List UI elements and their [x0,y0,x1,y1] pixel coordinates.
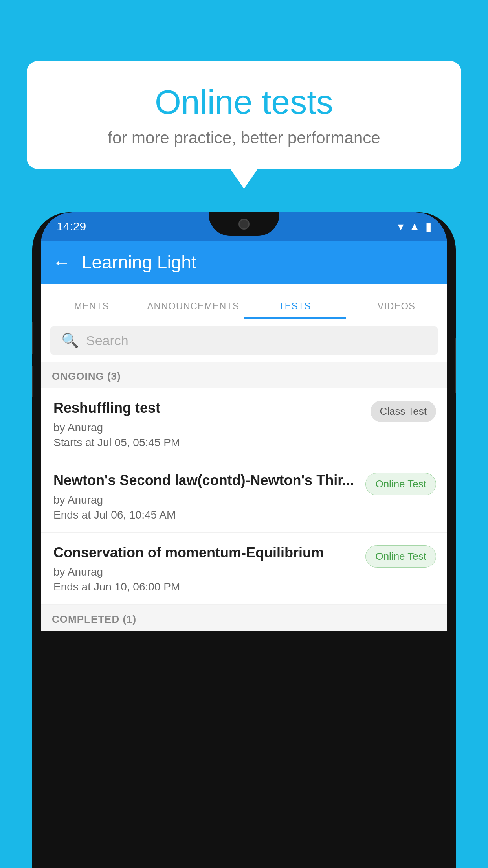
side-button-vol-up [32,322,33,354]
section-header-completed: COMPLETED (1) [41,605,447,631]
test-item-content-newton: Newton's Second law(contd)-Newton's Thir… [53,471,358,521]
tab-bar: MENTS ANNOUNCEMENTS TESTS VIDEOS [41,284,447,319]
tab-tests[interactable]: TESTS [244,301,346,319]
notch [209,212,279,236]
phone-inner: 14:29 ▾ ▲ ▮ ← Learning Light MENTS ANNOU… [41,212,447,868]
test-item-newton[interactable]: Newton's Second law(contd)-Newton's Thir… [41,460,447,533]
test-date-newton: Ends at Jul 06, 10:45 AM [53,509,358,521]
search-bar[interactable]: 🔍 Search [50,326,438,355]
status-time: 14:29 [57,220,86,233]
speech-bubble-subtitle: for more practice, better performance [50,129,438,147]
test-badge-conservation: Online Test [365,545,436,568]
tab-announcements[interactable]: ANNOUNCEMENTS [143,301,244,319]
search-icon: 🔍 [61,332,79,349]
screen-content: 14:29 ▾ ▲ ▮ ← Learning Light MENTS ANNOU… [41,212,447,868]
speech-bubble-title: Online tests [50,83,438,121]
phone-frame: 14:29 ▾ ▲ ▮ ← Learning Light MENTS ANNOU… [32,212,456,868]
side-button-vol-down [32,366,33,397]
test-item-conservation[interactable]: Conservation of momentum-Equilibrium by … [41,533,447,605]
scroll-area[interactable]: 🔍 Search ONGOING (3) Reshuffling test by… [41,319,447,868]
signal-icon: ▲ [409,220,420,233]
speech-bubble: Online tests for more practice, better p… [27,61,461,169]
battery-icon: ▮ [426,220,431,233]
status-icons: ▾ ▲ ▮ [398,220,431,233]
test-title-newton: Newton's Second law(contd)-Newton's Thir… [53,471,358,490]
section-header-ongoing: ONGOING (3) [41,362,447,388]
status-bar: 14:29 ▾ ▲ ▮ [41,212,447,241]
test-item-content-conservation: Conservation of momentum-Equilibrium by … [53,544,358,594]
test-title-conservation: Conservation of momentum-Equilibrium [53,544,358,562]
test-author-newton: by Anurag [53,494,358,506]
back-button[interactable]: ← [53,252,71,273]
test-item-content: Reshuffling test by Anurag Starts at Jul… [53,399,363,449]
test-badge-reshuffling: Class Test [371,401,436,422]
test-date-reshuffling: Starts at Jul 05, 05:45 PM [53,436,363,449]
app-bar-title: Learning Light [82,252,196,273]
test-author-conservation: by Anurag [53,566,358,578]
search-container: 🔍 Search [41,319,447,362]
app-bar: ← Learning Light [41,241,447,284]
camera [238,219,250,230]
tab-ments[interactable]: MENTS [41,301,143,319]
search-input[interactable]: Search [86,333,128,348]
test-author-reshuffling: by Anurag [53,421,363,434]
test-item-reshuffling[interactable]: Reshuffling test by Anurag Starts at Jul… [41,388,447,460]
side-button-power [455,338,456,393]
wifi-icon: ▾ [398,220,404,233]
test-title-reshuffling: Reshuffling test [53,399,363,417]
test-date-conservation: Ends at Jun 10, 06:00 PM [53,581,358,593]
test-badge-newton: Online Test [365,473,436,495]
tab-videos[interactable]: VIDEOS [346,301,448,319]
